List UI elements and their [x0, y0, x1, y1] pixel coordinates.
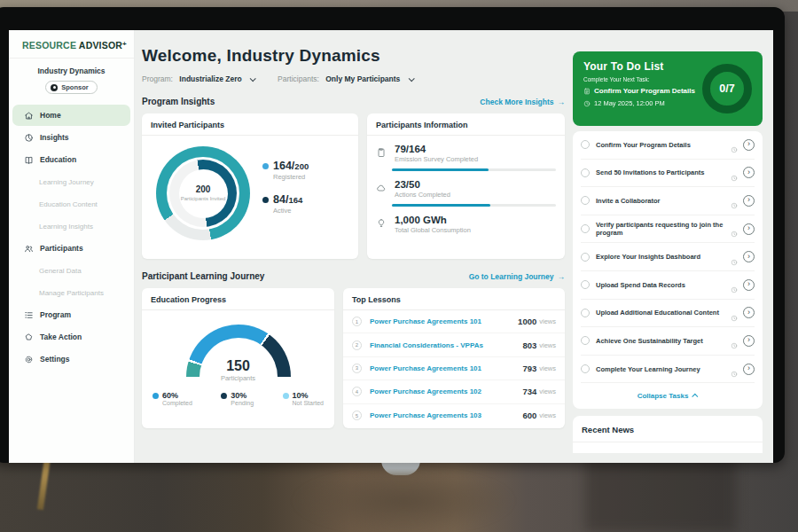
sidebar-item-label: Learning Journey [39, 178, 94, 186]
lesson-row[interactable]: 1 Power Purchase Agreements 101 1000 vie… [343, 310, 565, 333]
task-label: Explore Your Insights Dashboard [596, 253, 731, 261]
sidebar-item-participants[interactable]: Participants [12, 238, 130, 259]
task-checkbox[interactable] [581, 140, 590, 149]
cloud-icon [376, 179, 387, 199]
main-content: Welcome, Industry Dynamics Program: Indu… [135, 30, 571, 463]
task-open-button[interactable]: › [743, 223, 755, 235]
lesson-row[interactable]: 4 Power Purchase Agreements 102 734 view… [343, 380, 565, 403]
task-checkbox[interactable] [581, 309, 590, 317]
program-filter[interactable]: Program: Industrialize Zero [142, 74, 254, 83]
legend-label: Pending [231, 400, 254, 406]
lesson-title-link[interactable]: Power Purchase Agreements 103 [370, 411, 522, 419]
sidebar-item-general-data[interactable]: General Data [12, 260, 130, 281]
clock-icon [583, 100, 591, 107]
task-checkbox[interactable] [581, 253, 590, 262]
task-checkbox[interactable] [581, 196, 590, 205]
task-row-verify-participants[interactable]: Verify participants requesting to join t… [581, 215, 755, 244]
filters-row: Program: Industrialize Zero Participants… [142, 74, 571, 83]
link-label: Check More Insights [480, 98, 553, 106]
lesson-row[interactable]: 3 Power Purchase Agreements 101 793 view… [343, 357, 565, 380]
logo-text-advisor: ADVISOR [79, 40, 122, 51]
lesson-title-link[interactable]: Power Purchase Agreements 101 [370, 364, 522, 372]
task-row-upload-spend-data[interactable]: Upload Spend Data Records › [581, 271, 755, 300]
task-open-button[interactable]: › [743, 167, 755, 178]
task-row-invite-collaborator[interactable]: Invite a Collaborator › [581, 187, 755, 215]
card-title: Participants Information [367, 113, 565, 136]
education-legend: 60% Completed 30% Pending 10% Not Starte… [142, 382, 334, 406]
legend-label: Completed [162, 400, 192, 406]
sidebar-item-learning-insights[interactable]: Learning Insights [12, 215, 130, 237]
lesson-row[interactable]: 2 Financial Considerations - VPPAs 803 v… [343, 333, 565, 356]
sidebar-item-insights[interactable]: Insights [12, 127, 130, 148]
todo-next-task[interactable]: Confirm Your Program Details [583, 87, 702, 95]
bulb-icon [376, 215, 387, 234]
todo-column: Your To Do List Complete Your Next Task:… [571, 30, 773, 463]
task-open-button[interactable]: › [743, 307, 755, 318]
learning-journey-header: Participant Learning Journey Go to Learn… [142, 271, 565, 281]
list-icon [24, 310, 34, 320]
task-label: Invite a Collaborator [596, 197, 731, 205]
lesson-title-link[interactable]: Financial Considerations - VPPAs [370, 341, 522, 349]
task-row-confirm-program[interactable]: Confirm Your Program Details › [581, 131, 755, 160]
task-open-button[interactable]: › [743, 279, 755, 291]
task-open-button[interactable]: › [743, 195, 755, 207]
check-more-insights-link[interactable]: Check More Insights → [480, 98, 565, 106]
collapse-tasks-label: Collapse Tasks [638, 392, 689, 400]
sidebar-item-manage-participants[interactable]: Manage Participants [12, 282, 130, 303]
todo-next-task-label: Confirm Your Program Details [594, 87, 695, 95]
sidebar-item-settings[interactable]: Settings [12, 348, 130, 370]
gauge-center-label: Participants [142, 374, 334, 382]
sidebar-item-label: Education Content [39, 200, 98, 208]
task-row-upload-educational-content[interactable]: Upload Additional Educational Content › [581, 300, 755, 328]
legend-dot-completed [153, 393, 159, 399]
sidebar-item-learning-journey[interactable]: Learning Journey [12, 171, 130, 192]
task-label: Achieve One Sustainability Target [596, 337, 731, 345]
task-row-achieve-target[interactable]: Achieve One Sustainability Target › [581, 327, 755, 356]
info-row-consumption: 1,000 GWh Total Global Consumption [367, 207, 565, 234]
go-to-learning-journey-link[interactable]: Go to Learning Journey → [469, 272, 565, 281]
task-row-complete-learning-journey[interactable]: Complete Your Learning Journey › [581, 356, 755, 384]
recent-news-title: Recent News [573, 416, 763, 442]
home-icon [24, 111, 34, 121]
invited-chart-body: 200 Participants Invited [142, 136, 358, 240]
top-lessons-card: Top Lessons 1 Power Purchase Agreements … [343, 288, 565, 428]
sidebar-item-label: General Data [39, 267, 82, 275]
sidebar-item-education-content[interactable]: Education Content [12, 193, 130, 215]
lesson-row[interactable]: 5 Power Purchase Agreements 103 600 view… [343, 404, 565, 427]
task-label: Complete Your Learning Journey [596, 365, 731, 373]
sidebar-item-label: Participants [40, 244, 83, 253]
sidebar-item-take-action[interactable]: Take Action [12, 326, 130, 348]
task-open-button[interactable]: › [743, 139, 755, 151]
collapse-tasks-link[interactable]: Collapse Tasks [581, 383, 755, 409]
task-checkbox[interactable] [581, 224, 590, 233]
info-label: Emission Survey Completed [395, 155, 478, 163]
lesson-views-label: views [539, 364, 556, 372]
sponsor-icon [51, 84, 58, 91]
task-row-explore-insights[interactable]: Explore Your Insights Dashboard › [581, 243, 755, 271]
task-open-button[interactable]: › [743, 251, 755, 262]
lesson-title-link[interactable]: Power Purchase Agreements 102 [370, 387, 522, 395]
todo-hero-text: Your To Do List Complete Your Next Task:… [583, 60, 702, 117]
task-open-button[interactable]: › [743, 364, 755, 375]
task-checkbox[interactable] [581, 168, 590, 177]
lesson-rank: 5 [352, 411, 362, 420]
legend-dot-registered [262, 163, 269, 169]
sidebar-item-label: Education [40, 155, 76, 164]
task-label: Upload Additional Educational Content [596, 309, 731, 317]
chevron-right-icon: › [747, 140, 750, 148]
sidebar-item-education[interactable]: Education [12, 149, 130, 170]
sidebar: RESOURCE ADVISOR+ Industry Dynamics Spon… [9, 30, 135, 463]
task-timer-icon [731, 141, 738, 148]
task-timer-icon [731, 365, 738, 372]
task-checkbox[interactable] [581, 336, 590, 345]
sidebar-item-home[interactable]: Home [12, 105, 130, 126]
task-checkbox[interactable] [581, 364, 590, 373]
task-checkbox[interactable] [581, 280, 590, 289]
sidebar-item-program[interactable]: Program [12, 304, 130, 325]
todo-progress-ring: 0/7 [702, 64, 752, 113]
task-row-send-invitations[interactable]: Send 50 Invitations to Participants › [581, 160, 755, 188]
lesson-title-link[interactable]: Power Purchase Agreements 101 [370, 317, 518, 325]
arrow-right-icon: → [558, 272, 566, 281]
task-open-button[interactable]: › [743, 335, 755, 347]
participants-filter[interactable]: Participants: Only My Participants [278, 74, 413, 83]
